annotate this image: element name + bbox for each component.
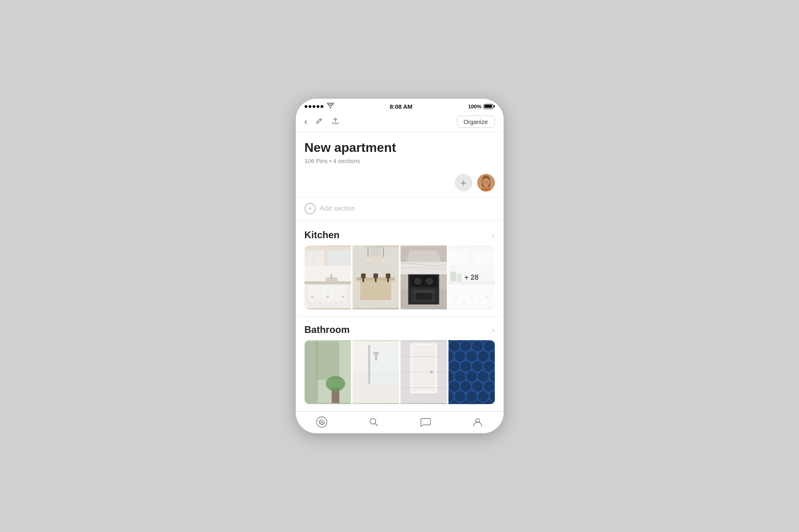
bathroom-pin-3[interactable] [400, 340, 447, 404]
board-title: New apartment [305, 140, 495, 155]
svg-rect-58 [316, 341, 339, 380]
bath-scene-1 [305, 340, 351, 404]
section-kitchen-chevron: › [492, 231, 495, 240]
kitchen-scene-3 [400, 245, 447, 309]
svg-point-30 [380, 257, 386, 263]
bathroom-images [305, 340, 495, 404]
bath-scene-4 [448, 340, 495, 404]
svg-line-109 [375, 423, 377, 426]
section-bathroom-title: Bathroom [305, 324, 350, 335]
user-avatar[interactable] [477, 174, 495, 191]
kitchen-more-count: + 28 [448, 245, 495, 309]
plus-icon: + [460, 177, 466, 189]
svg-rect-64 [368, 345, 370, 384]
svg-rect-17 [330, 274, 332, 279]
svg-rect-66 [375, 353, 377, 361]
kitchen-scene-1 [305, 245, 351, 309]
svg-point-10 [311, 295, 313, 298]
svg-rect-22 [360, 281, 391, 300]
svg-rect-28 [387, 278, 389, 282]
bathroom-pin-4[interactable] [448, 340, 495, 404]
section-kitchen-header[interactable]: Kitchen › [305, 229, 495, 241]
section-kitchen: Kitchen › [296, 222, 504, 309]
svg-rect-40 [416, 292, 431, 300]
wifi-icon [327, 103, 334, 110]
board-meta: 106 Pins • 4 sections [305, 157, 495, 164]
status-left [305, 103, 334, 110]
add-section-label: Add section [320, 205, 355, 213]
messages-icon [420, 416, 431, 428]
battery-percentage: 100% [468, 104, 481, 110]
svg-point-29 [365, 257, 371, 263]
bathroom-pin-2[interactable] [353, 340, 399, 404]
share-button[interactable] [331, 117, 339, 127]
tab-profile[interactable] [464, 415, 491, 429]
kitchen-scene-2 [353, 245, 399, 309]
svg-point-38 [426, 278, 432, 284]
kitchen-images: + 28 [305, 245, 495, 309]
svg-rect-25 [373, 273, 378, 278]
svg-rect-41 [414, 291, 433, 293]
svg-point-11 [327, 295, 329, 298]
avatar-image [477, 174, 495, 191]
svg-rect-65 [370, 345, 397, 384]
bath-scene-2 [353, 340, 399, 404]
add-section-icon: + [305, 203, 316, 214]
tab-search[interactable] [360, 415, 387, 429]
tab-messages[interactable] [412, 415, 439, 429]
section-bathroom-header[interactable]: Bathroom › [305, 324, 495, 335]
svg-point-4 [487, 181, 488, 182]
svg-rect-18 [328, 250, 351, 266]
pinterest-icon [316, 416, 327, 428]
signal-icon [305, 105, 323, 108]
status-bar: 8:08 AM 100% [296, 99, 504, 112]
add-section-row[interactable]: + Add section [296, 197, 504, 220]
kitchen-pin-2[interactable] [353, 245, 399, 309]
section-bathroom-chevron: › [492, 325, 495, 335]
kitchen-pin-4[interactable]: + 28 [448, 245, 495, 309]
back-button[interactable]: ‹ [305, 117, 307, 127]
svg-point-107 [317, 417, 327, 427]
svg-point-61 [326, 376, 345, 392]
nav-left: ‹ [305, 117, 339, 127]
search-icon [368, 416, 379, 428]
board-actions: + [296, 168, 504, 197]
svg-rect-26 [375, 278, 377, 282]
tab-bar [296, 411, 504, 433]
svg-point-37 [414, 278, 420, 284]
board-header: New apartment 106 Pins • 4 sections [296, 132, 504, 168]
svg-rect-59 [305, 341, 318, 403]
tab-home[interactable] [308, 415, 335, 429]
add-pin-button[interactable]: + [455, 174, 472, 191]
svg-rect-20 [366, 247, 385, 248]
edit-button[interactable] [315, 117, 323, 127]
bath-scene-3 [400, 340, 447, 404]
kitchen-pin-3[interactable] [400, 245, 447, 309]
svg-rect-67 [373, 352, 379, 354]
svg-point-3 [484, 181, 485, 182]
svg-rect-7 [305, 284, 351, 308]
svg-rect-70 [412, 345, 435, 391]
bathroom-pin-1[interactable] [305, 340, 351, 404]
main-content: New apartment 106 Pins • 4 sections + [296, 132, 504, 411]
phone-frame: 8:08 AM 100% ‹ [296, 99, 504, 433]
profile-icon [472, 416, 483, 428]
kitchen-pin-1[interactable] [305, 245, 351, 309]
svg-point-12 [342, 295, 344, 298]
organize-button[interactable]: Organize [457, 116, 495, 128]
battery-icon [484, 104, 495, 109]
svg-rect-27 [386, 273, 391, 278]
svg-point-2 [482, 178, 490, 186]
svg-rect-23 [361, 273, 366, 278]
svg-rect-36 [410, 275, 437, 287]
svg-rect-24 [363, 278, 364, 282]
status-time: 8:08 AM [390, 103, 412, 110]
status-right: 100% [468, 104, 494, 110]
section-kitchen-title: Kitchen [305, 229, 340, 241]
nav-bar: ‹ Organize [296, 112, 504, 132]
section-bathroom: Bathroom › [296, 317, 504, 404]
